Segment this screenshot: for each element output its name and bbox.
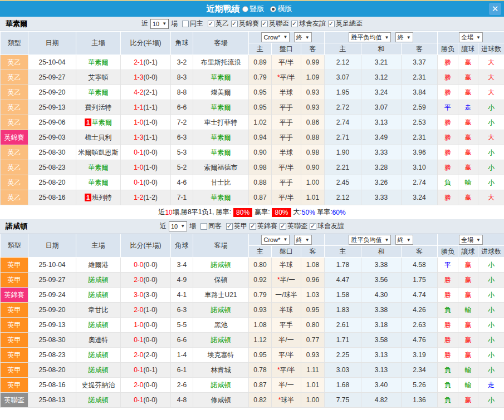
odds-away-cell: 1.00 — [301, 175, 325, 190]
changed-handicap-star: * — [277, 366, 280, 374]
radio-unselected-icon[interactable] — [242, 6, 248, 12]
odds-away-cell: 1.01 — [301, 378, 325, 393]
team-label: 華素爾 — [89, 164, 109, 171]
team-label: 華素爾 — [211, 194, 231, 201]
avg-draw-cell: 3.13 — [361, 363, 402, 378]
league-checkbox[interactable]: 英錦賽 — [249, 221, 277, 231]
score-cell: 0-1(0-0) — [121, 145, 171, 160]
same-away-checkbox[interactable]: 同客 — [200, 221, 222, 231]
layout-radio-vertical[interactable]: 豎版 — [242, 4, 265, 14]
away-team-cell: 車路士U21 — [193, 288, 249, 303]
col-header-type: 類型 — [1, 32, 28, 55]
fulltime-score: 0-1 — [134, 366, 143, 374]
avg-lose-cell: 3.96 — [402, 145, 438, 160]
league-checkbox[interactable]: 英乙 — [208, 19, 229, 28]
col-header-type: 類型 — [1, 234, 28, 258]
avg-lose-cell: 3.84 — [402, 85, 438, 100]
league-checkbox-label: 英錦賽 — [239, 19, 259, 28]
same-home-checkbox[interactable]: 同主 — [182, 19, 203, 28]
col-header-home: 主場 — [76, 32, 121, 55]
league-type-cell: 英甲 — [1, 333, 28, 348]
final-select-1[interactable]: 終 — [294, 235, 312, 245]
team-label: 奧連特 — [89, 336, 109, 344]
avg-win-cell: 7.75 — [325, 393, 361, 408]
sub-header-handicap-outcome: 讓球 — [458, 246, 478, 258]
handicap-outcome-cell: 赢 — [458, 115, 478, 130]
league-type-cell: 英甲 — [1, 258, 28, 273]
bookmaker-select[interactable]: Crow* — [261, 235, 290, 245]
away-team-cell: 華素爾 — [193, 145, 249, 160]
handicap-outcome-cell: 赢 — [458, 318, 478, 333]
avg-select[interactable]: 胜平负均值 — [349, 32, 391, 42]
checkbox-checked-icon — [280, 223, 286, 230]
fulltime-score: 2-0 — [134, 381, 143, 389]
near-count-select[interactable]: 10 — [150, 19, 169, 29]
date-cell: 25-09-13 — [28, 318, 76, 333]
avg-win-cell: 2.21 — [325, 160, 361, 175]
team-label: 華素爾 — [211, 73, 231, 81]
goals-outcome-cell: 小 — [478, 303, 504, 318]
final-select-2[interactable]: 終 — [395, 32, 413, 42]
match-row: 英甲25-08-30奧連特0-1(0-0)6-6諾咸頓1.12半/一0.771.… — [1, 333, 504, 348]
avg-win-cell: 1.58 — [325, 288, 361, 303]
league-checkbox[interactable]: 英錦賽 — [231, 19, 259, 28]
match-row: 英乙25-09-13費列活特1-1(1-1)6-6華素爾0.95平手0.932.… — [1, 100, 504, 115]
fulltime-select[interactable]: 全場 — [459, 32, 483, 42]
home-team-cell: 1班列特 — [76, 190, 121, 205]
league-checkbox[interactable]: 球會友誼 — [291, 19, 326, 28]
avg-select[interactable]: 胜平负均值 — [349, 235, 391, 245]
halftime-score: (2-1) — [144, 88, 158, 96]
avg-lose-cell: 4.74 — [402, 288, 438, 303]
col-header-corners: 角球 — [171, 32, 193, 55]
sub-header-odds-home: 主 — [249, 43, 272, 55]
title-bar: 近期戰績 豎版 橫版 ✕ — [0, 1, 504, 17]
radio-selected-icon[interactable] — [270, 6, 276, 12]
team-label: 班列特 — [92, 194, 112, 201]
odds-home-cell: 0.79 — [249, 288, 272, 303]
bookmaker-select[interactable]: Crow* — [261, 32, 290, 42]
score-cell: 0-1(0-0) — [121, 393, 171, 408]
team-label: 韋甘比 — [89, 306, 109, 314]
league-checkbox[interactable]: 英聯盃 — [280, 221, 307, 231]
close-icon[interactable]: ✕ — [489, 3, 501, 15]
team-label: 保頓 — [214, 276, 228, 284]
checkbox-checked-icon — [261, 21, 268, 27]
league-checkbox[interactable]: 球會友誼 — [310, 221, 344, 231]
corners-cell: 6-1 — [171, 363, 193, 378]
team-label: 艾寧頓 — [89, 73, 109, 81]
corners-cell: 5-5 — [171, 318, 193, 333]
fulltime-score: 2-0 — [134, 276, 143, 284]
match-row: 英甲25-08-23諾咸頓2-0(2-0)1-4埃克塞特0.95平/半0.932… — [1, 348, 504, 363]
final-select-1[interactable]: 終 — [294, 32, 312, 42]
outcome-cell: 負 — [438, 378, 458, 393]
date-cell: 25-10-04 — [28, 258, 76, 273]
league-checkbox[interactable]: 英足總盃 — [328, 19, 363, 28]
final-select-2[interactable]: 終 — [395, 235, 413, 245]
handicap-outcome-cell: 赢 — [458, 160, 478, 175]
avg-draw-cell: 3.40 — [361, 378, 402, 393]
date-cell: 25-09-24 — [28, 288, 76, 303]
avg-lose-cell: 3.19 — [402, 348, 438, 363]
summary-part: 10 — [165, 209, 172, 216]
outcome-cell: 勝 — [438, 70, 458, 85]
avg-lose-cell: 4.58 — [402, 258, 438, 273]
team-label: 華素爾 — [89, 88, 109, 96]
score-cell: 4-2(2-1) — [121, 85, 171, 100]
avg-lose-cell: 1.36 — [402, 393, 438, 408]
fulltime-select[interactable]: 全場 — [459, 235, 483, 245]
team-label: 車士打菲特 — [204, 118, 238, 126]
avg-win-cell: 3.07 — [325, 70, 361, 85]
summary-part: 60% — [332, 209, 346, 216]
avg-draw-cell: 3.12 — [361, 70, 402, 85]
avg-draw-cell: 3.33 — [361, 190, 402, 205]
goals-outcome-cell: 大 — [478, 190, 504, 205]
near-count-select[interactable]: 10 — [169, 221, 187, 231]
odds-home-cell: 1.08 — [249, 318, 272, 333]
league-checkbox[interactable]: 英聯盃 — [261, 19, 289, 28]
layout-radio-horizontal[interactable]: 橫版 — [270, 4, 292, 14]
date-cell: 25-08-16 — [28, 190, 76, 205]
col-header-away: 客場 — [193, 32, 249, 55]
halftime-score: (0-0) — [144, 396, 158, 404]
league-checkbox[interactable]: 英甲 — [226, 221, 247, 231]
away-team-cell: 布里斯托流浪 — [193, 55, 249, 70]
